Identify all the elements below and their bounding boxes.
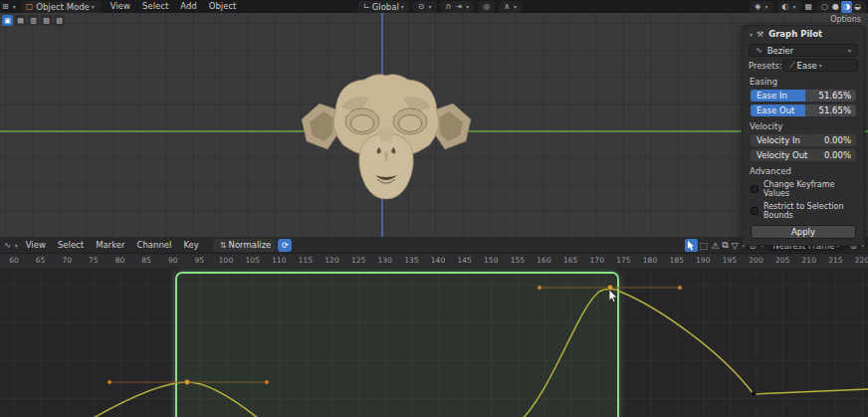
panel-title: Graph Pilot (768, 29, 822, 39)
keyframe-point[interactable] (608, 286, 613, 291)
shading-wireframe-icon[interactable]: ○ (819, 1, 830, 13)
frame-tick-label: 115 (299, 256, 313, 265)
select-mode-icon-4[interactable]: ▧ (41, 15, 52, 26)
menu-view[interactable]: View (105, 0, 136, 13)
checkbox-icon (751, 207, 759, 215)
normalize-label: Normalize (229, 240, 272, 250)
object-mode-icon: ▢ (26, 2, 34, 11)
chevron-down-icon: ▾ (427, 3, 434, 10)
menu-select[interactable]: Select (136, 0, 174, 13)
transform-orientation-dropdown[interactable]: ∟ Global ▾ (358, 1, 409, 13)
gizmos-dropdown[interactable]: ◈ ▾ (750, 1, 772, 13)
filter-funnel-icon[interactable]: ▽ (731, 241, 740, 251)
chevron-down-icon: ▾ (512, 3, 519, 10)
menu-add[interactable]: Add (174, 0, 202, 13)
slider-ease-out[interactable]: Ease Out51.65% (751, 104, 856, 116)
handle-point[interactable] (108, 380, 111, 384)
warning-icon[interactable]: ⚠ (710, 241, 720, 251)
frame-tick-label: 105 (245, 256, 259, 265)
frame-tick-label: 125 (351, 256, 365, 265)
checkbox-restrict-to-selection-bounds[interactable]: Restrict to Selection Bounds (751, 202, 856, 220)
handle-point[interactable] (678, 286, 682, 290)
linear-slope-icon: ⟋ (787, 59, 797, 72)
select-mode-icon-5[interactable]: ▨ (54, 15, 65, 26)
xray-toggle-icon[interactable]: ▦ (803, 0, 815, 13)
field-velocity-in[interactable]: Velocity In0.00% (751, 134, 856, 146)
menu-object[interactable]: Object (203, 0, 243, 13)
handle-point[interactable] (265, 380, 269, 384)
gizmo-icon: ◈ (753, 0, 762, 13)
frame-tick-label: 60 (9, 256, 19, 265)
frame-tick-label: 70 (62, 256, 72, 265)
select-mode-icon-3[interactable]: ▥ (28, 15, 39, 26)
frame-tick-label: 170 (590, 256, 604, 265)
copy-icon[interactable]: ⧉ (721, 240, 729, 251)
viewport-header: ⊞ ▾ ▢ Object Mode ▾ ViewSelectAddObject … (0, 0, 868, 13)
shading-mode-group: ○ ● ◑ ◒ (816, 1, 866, 13)
frame-tick-label: 215 (828, 256, 842, 265)
frame-tick-label: 110 (272, 256, 286, 265)
interpolation-dropdown[interactable]: ∿ Bezier ▾ (749, 44, 858, 57)
mode-label: Object Mode (36, 2, 90, 12)
chevron-down-icon: ▾ (11, 3, 18, 10)
box-select-icon[interactable]: ⬚ (699, 241, 710, 251)
frame-tick-label: 130 (378, 256, 392, 265)
falloff-curve-icon: ∧ (502, 0, 512, 13)
graph-menu-select[interactable]: Select (52, 239, 90, 252)
frame-tick-label: 85 (141, 256, 151, 265)
frame-tick-label: 75 (89, 256, 99, 265)
proportional-editing-toggle[interactable]: ◎ (478, 1, 495, 13)
select-mode-icon-1[interactable]: ▣ (2, 15, 13, 26)
interpolation-value: Bezier (767, 46, 846, 56)
overlays-dropdown[interactable]: ◐ ▾ (777, 1, 801, 13)
graph-menu-marker[interactable]: Marker (90, 239, 130, 252)
keyframe-point[interactable] (185, 380, 190, 385)
graph-editor-header: ∿ ▾ ViewSelectMarkerChannelKey ⇅ Normali… (0, 237, 868, 254)
slider-ease-in[interactable]: Ease In51.65% (751, 90, 856, 102)
fcurve-path[interactable] (85, 289, 868, 417)
mouse-cursor-icon (609, 290, 617, 302)
shading-rendered-icon[interactable]: ◒ (852, 1, 863, 13)
shading-solid-icon[interactable]: ● (830, 1, 841, 13)
mode-dropdown[interactable]: ▢ Object Mode ▾ (22, 1, 101, 13)
normalize-toggle[interactable]: ⇅ Normalize (213, 239, 277, 252)
frame-scrub-bar[interactable]: 6065707580859095100105110115120125130135… (0, 254, 868, 268)
select-mode-icon-2[interactable]: ▤ (15, 15, 26, 26)
shading-material-icon[interactable]: ◑ (841, 1, 852, 13)
frame-tick-label: 200 (749, 256, 762, 265)
falloff-dropdown[interactable]: ∧ ▾ (499, 1, 522, 13)
fcurve-canvas[interactable] (0, 268, 868, 417)
pivot-icon: ⊙ (416, 0, 427, 13)
checkbox-change-keyframe-values[interactable]: Change Keyframe Values (751, 180, 856, 198)
options-button[interactable]: Options (830, 15, 861, 24)
frame-tick-label: 180 (643, 256, 657, 265)
auto-normalize-button[interactable]: ⟳ (278, 239, 292, 252)
snapping-dropdown[interactable]: ∩ ⇥ ▾ (441, 1, 475, 13)
suzanne-monkey-mesh[interactable] (292, 68, 481, 212)
preset-dropdown[interactable]: ⟋ Ease ▾ (782, 59, 858, 72)
field-velocity-out[interactable]: Velocity Out0.00% (751, 149, 856, 161)
tweak-tool-button[interactable] (685, 239, 698, 252)
keyframe-point[interactable] (752, 392, 757, 397)
3d-viewport[interactable] (0, 13, 868, 237)
graph-menu-view[interactable]: View (20, 239, 52, 252)
pivot-point-dropdown[interactable]: ⊙ ▾ (413, 1, 437, 13)
frame-tick-label: 210 (802, 256, 816, 265)
panel-collapse-icon[interactable]: ▾ (748, 31, 755, 38)
magnet-icon: ∩ (444, 0, 454, 13)
snap-target-icon: ⇥ (453, 0, 464, 13)
frame-tick-label: 135 (404, 256, 418, 265)
checkbox-icon (751, 185, 759, 193)
frame-tick-label: 175 (616, 256, 630, 265)
frame-tick-label: 100 (219, 256, 233, 265)
handle-point[interactable] (538, 286, 542, 290)
section-easing: Easing (750, 77, 857, 87)
graph-menu-channel[interactable]: Channel (131, 239, 178, 252)
graph-menubar: ViewSelectMarkerChannelKey (20, 239, 205, 252)
graph-menu-key[interactable]: Key (177, 239, 204, 252)
editor-type-selector-icon[interactable]: ∿ (2, 239, 13, 252)
cursor-arrow-icon (687, 241, 695, 251)
frame-tick-label: 95 (195, 256, 205, 265)
apply-button[interactable]: Apply (751, 225, 856, 239)
editor-type-selector-icon[interactable]: ⊞ (0, 0, 11, 13)
